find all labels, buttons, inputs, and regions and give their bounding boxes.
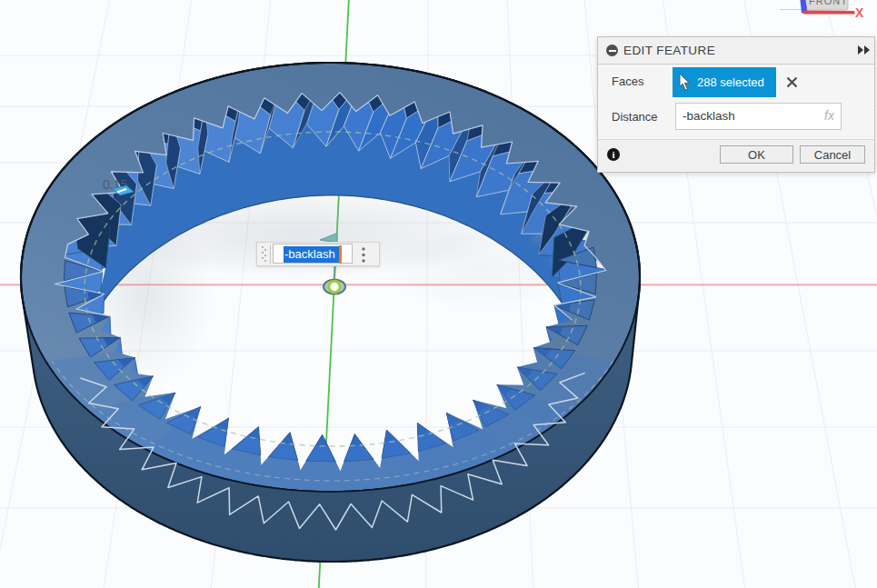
svg-text:FRONT: FRONT	[809, 0, 848, 6]
svg-text:X: X	[855, 5, 864, 20]
